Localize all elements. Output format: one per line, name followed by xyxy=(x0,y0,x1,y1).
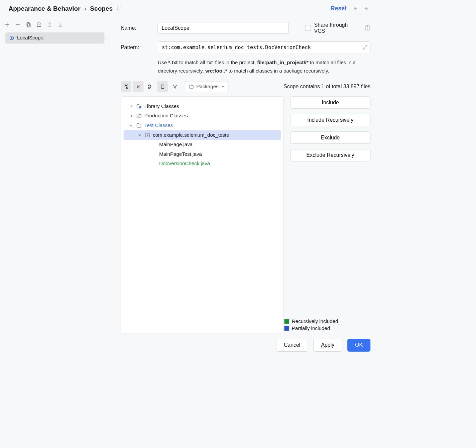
pattern-input[interactable] xyxy=(158,41,370,53)
expand-toggle-icon[interactable] xyxy=(129,104,134,108)
apply-button[interactable]: Apply xyxy=(313,339,342,351)
folder-icon xyxy=(145,132,150,138)
pattern-label: Pattern: xyxy=(121,44,151,50)
breadcrumb: Appearance & Behavior › Scopes xyxy=(8,5,122,12)
tree-row[interactable]: DocVersionCheck.java xyxy=(124,159,281,169)
copy-icon[interactable] xyxy=(25,22,31,27)
show-included-icon[interactable] xyxy=(133,81,144,92)
flatten-packages-icon[interactable] xyxy=(145,81,156,92)
sidebar: LocalScope xyxy=(0,17,110,336)
tree-row-label: Production Classes xyxy=(144,113,188,119)
show-files-icon[interactable] xyxy=(157,81,168,92)
cancel-button[interactable]: Cancel xyxy=(276,339,308,351)
tree-row[interactable]: Test Classes xyxy=(124,121,281,130)
sidebar-item-label: LocalScope xyxy=(17,35,43,41)
include-recursively-button[interactable]: Include Recursively xyxy=(290,114,370,126)
svg-rect-21 xyxy=(148,87,150,89)
exclude-recursively-button[interactable]: Exclude Recursively xyxy=(290,149,370,161)
group-by-dropdown[interactable]: Packages xyxy=(185,81,229,92)
tree-row-label: DocVersionCheck.java xyxy=(159,161,210,166)
ok-button[interactable]: OK xyxy=(347,339,370,351)
expand-toggle-icon[interactable] xyxy=(129,114,134,118)
chevron-down-icon xyxy=(221,85,225,88)
svg-rect-23 xyxy=(139,106,141,108)
breadcrumb-root[interactable]: Appearance & Behavior xyxy=(8,5,80,12)
svg-rect-17 xyxy=(124,85,125,86)
import-icon xyxy=(57,22,63,27)
remove-icon[interactable] xyxy=(15,22,21,27)
svg-rect-19 xyxy=(126,87,128,89)
svg-rect-7 xyxy=(27,23,29,26)
name-label: Name: xyxy=(121,25,151,31)
reset-button[interactable]: Reset xyxy=(331,5,347,12)
expand-toggle-icon[interactable] xyxy=(129,123,134,127)
svg-point-24 xyxy=(138,116,139,117)
svg-rect-8 xyxy=(28,23,30,27)
svg-point-16 xyxy=(367,29,368,30)
svg-point-25 xyxy=(147,135,148,136)
tree-row-label: MainPage.java xyxy=(159,141,193,147)
svg-rect-20 xyxy=(148,85,150,86)
help-icon[interactable] xyxy=(365,25,370,31)
name-input[interactable] xyxy=(158,22,289,34)
tree-view-icon[interactable] xyxy=(121,81,131,92)
scope-status: Scope contains 1 of total 33,897 files xyxy=(283,84,370,90)
tree-row[interactable]: Production Classes xyxy=(124,111,281,121)
tree-row-label: com.example.selenium_doc_tests xyxy=(153,132,229,138)
include-button[interactable]: Include xyxy=(290,96,370,109)
share-vcs-label: Share through VCS xyxy=(314,22,360,34)
svg-rect-22 xyxy=(161,85,164,88)
breadcrumb-separator: › xyxy=(84,5,86,12)
folder-icon xyxy=(189,84,194,89)
add-icon[interactable] xyxy=(4,22,10,27)
svg-rect-9 xyxy=(37,23,41,26)
exclude-button[interactable]: Exclude xyxy=(290,131,370,144)
tree-row[interactable]: MainPageTest.java xyxy=(124,149,281,159)
tree-row-label: Library Classes xyxy=(144,103,179,109)
window-icon[interactable] xyxy=(116,6,122,11)
expand-toggle-icon[interactable] xyxy=(137,133,142,137)
share-vcs-checkbox[interactable] xyxy=(305,25,311,31)
dropdown-label: Packages xyxy=(197,84,219,89)
svg-rect-10 xyxy=(38,23,40,24)
legend-partial: Partially included xyxy=(284,325,361,331)
expand-icon[interactable] xyxy=(362,45,368,50)
tree-row[interactable]: MainPage.java xyxy=(124,140,281,149)
scope-icon xyxy=(9,35,14,41)
svg-rect-18 xyxy=(126,85,128,86)
svg-rect-0 xyxy=(117,7,121,10)
folder-icon xyxy=(136,104,142,109)
tree-panel[interactable]: Library ClassesProduction ClassesTest Cl… xyxy=(121,96,284,333)
folder-icon xyxy=(136,113,142,118)
nav-forward-icon[interactable] xyxy=(364,5,370,12)
tree-row-label: MainPageTest.java xyxy=(159,151,202,157)
folder-icon xyxy=(136,123,142,128)
nav-back-icon[interactable] xyxy=(352,5,358,12)
tree-row-label: Test Classes xyxy=(144,122,173,128)
export-icon xyxy=(47,22,52,27)
filter-icon[interactable] xyxy=(169,81,180,92)
legend-recursive: Recursively included xyxy=(284,318,361,324)
tree-row[interactable]: com.example.selenium_doc_tests xyxy=(124,130,281,140)
tree-row[interactable]: Library Classes xyxy=(124,101,281,111)
pattern-hint: Use *.txt to match all 'txt' files in th… xyxy=(158,59,370,75)
sidebar-item-localscope[interactable]: LocalScope xyxy=(5,32,105,43)
svg-point-14 xyxy=(11,37,13,39)
save-icon[interactable] xyxy=(36,22,42,27)
breadcrumb-leaf: Scopes xyxy=(90,5,113,12)
